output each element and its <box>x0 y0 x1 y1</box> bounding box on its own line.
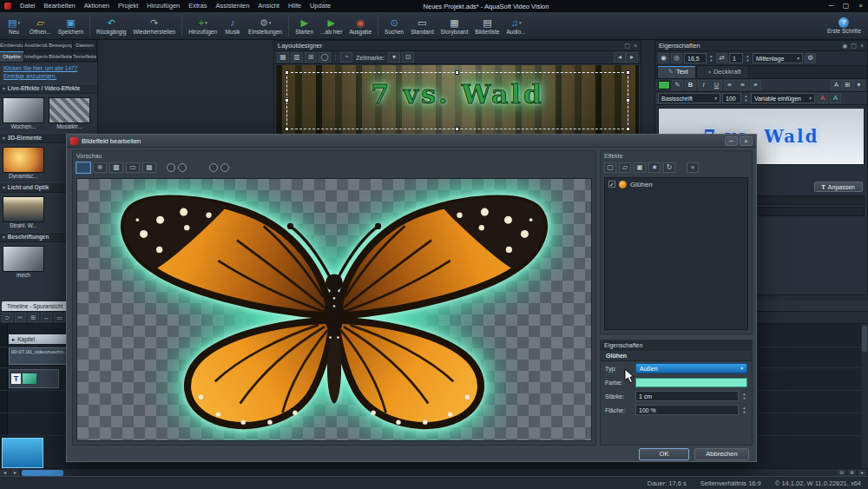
timeline-view-tab[interactable]: Timeline - Spuransicht <box>2 301 68 311</box>
duplicate-icon[interactable]: ⊞ <box>28 313 39 322</box>
anchor-dropdown[interactable]: Mittenlage <box>753 53 803 63</box>
audio-button[interactable]: ♫ Audio... <box>503 13 529 39</box>
new-button[interactable]: ▤ Neu <box>2 13 26 39</box>
zebra-background-icon[interactable] <box>76 162 90 173</box>
insert-variable-dropdown[interactable]: Variable einfügen <box>751 93 815 103</box>
timeline-horizontal-scrollbar[interactable]: ◂ ▸ ⊖ ⊕ ▸ <box>0 468 868 476</box>
align-center-icon[interactable]: ≡ <box>737 80 748 90</box>
cut-icon[interactable]: ✂ <box>15 313 26 322</box>
float-panel-icon[interactable]: ▢ <box>851 43 857 50</box>
menu-hinzufuegen[interactable]: Hinzufügen <box>142 0 184 12</box>
area-field[interactable]: 100 % <box>635 405 739 415</box>
tab-deckkraft[interactable]: ◑Deckkraft <box>696 65 749 78</box>
save-effect-icon[interactable]: ▣ <box>634 162 646 173</box>
tab-ausblendungen[interactable]: Ausblendungen <box>24 40 49 50</box>
checkbox-checked-icon[interactable] <box>608 181 615 188</box>
tab-texteffekte[interactable]: Texteffekte <box>73 51 97 62</box>
adjust-button[interactable]: TAnpassen <box>814 182 863 192</box>
selection-handle[interactable] <box>285 70 289 75</box>
storyboard-button[interactable]: ▦ Storyboard <box>437 13 472 39</box>
font-color-icon[interactable]: A <box>817 93 828 103</box>
selected-image-item[interactable] <box>2 438 43 468</box>
effect-thumbnail[interactable]: Dynamisc... <box>3 147 44 179</box>
zoom-fit-icon[interactable]: ⊡ <box>402 52 414 63</box>
align-right-icon[interactable]: ≡ <box>750 80 761 90</box>
new-effect-icon[interactable]: ▢ <box>604 162 616 173</box>
font-size-field[interactable]: 100 <box>722 93 741 103</box>
settings-button[interactable]: ⚙ Einstellungen <box>245 13 286 39</box>
effect-list-item[interactable]: Glühen <box>605 178 747 190</box>
preview-option-icon[interactable] <box>209 163 218 172</box>
pin-icon[interactable]: ◉ <box>842 43 847 50</box>
show-all-entries-link[interactable]: Klicken Sie hier, um alle 1477 Einträge … <box>0 63 97 83</box>
tab-bildeffekte[interactable]: Bildeffekte <box>49 51 73 62</box>
rotation-mode-icon[interactable]: ◎ <box>671 53 682 63</box>
scrollbar-thumb[interactable] <box>862 326 867 352</box>
minimize-icon[interactable]: ─ <box>725 136 738 146</box>
section-live-effekte[interactable]: Live-Effekte / Video-Effekte <box>0 83 97 94</box>
menu-aktionen[interactable]: Aktionen <box>80 0 114 12</box>
menu-ansicht[interactable]: Ansicht <box>253 0 284 12</box>
tab-objekte[interactable]: Objekte <box>0 51 24 62</box>
tab-text[interactable]: ✎Text <box>657 65 696 78</box>
tab-intelligente-vorlagen[interactable]: Intelligente Vorlagen <box>24 51 49 62</box>
timeline-vertical-scrollbar[interactable] <box>861 324 868 468</box>
redo-button[interactable]: ↷ Wiederherstellen <box>129 13 179 39</box>
glow-color-picker[interactable] <box>635 378 747 387</box>
menu-projekt[interactable]: Projekt <box>114 0 142 12</box>
position-x-field[interactable]: 16,5 <box>684 53 707 63</box>
play-from-here-button[interactable]: ▶ ...ab hier <box>317 13 345 39</box>
menu-update[interactable]: Update <box>306 0 335 12</box>
swap-icon[interactable]: ⇄ <box>716 53 727 63</box>
effect-preview-canvas[interactable] <box>76 178 592 441</box>
cancel-button[interactable]: Abbrechen <box>694 448 749 460</box>
menu-hilfe[interactable]: Hilfe <box>284 0 306 12</box>
tab-bewegungen[interactable]: Bewegungen <box>49 40 73 50</box>
save-button[interactable]: ▣ Speichern <box>55 13 87 39</box>
align-left-icon[interactable]: ≡ <box>724 80 735 90</box>
selection-handle[interactable] <box>626 70 630 75</box>
stepper-icon[interactable] <box>741 392 747 400</box>
close-icon[interactable]: × <box>634 43 637 50</box>
scrollbar-thumb[interactable] <box>22 470 63 476</box>
start-button[interactable]: ▶ Starten <box>292 13 317 39</box>
gear-icon[interactable]: ⚙ <box>805 53 816 63</box>
strength-field[interactable]: 1 cm <box>635 391 739 401</box>
minimize-icon[interactable]: ─ <box>824 0 838 12</box>
prev-frame-icon[interactable]: ◂ <box>614 52 626 63</box>
fit-width-icon[interactable]: ↔ <box>41 313 52 322</box>
effect-thumbnail[interactable]: mech <box>3 246 44 278</box>
favorite-icon[interactable]: ★ <box>648 162 661 173</box>
underline-icon[interactable]: U <box>711 80 722 90</box>
selection-rectangle[interactable] <box>286 72 628 129</box>
menu-datei[interactable]: Datei <box>16 0 40 12</box>
text-style-icon[interactable]: A <box>831 80 842 90</box>
delete-icon[interactable]: × <box>687 162 699 173</box>
video-clip-item[interactable]: 00:07.00_videozuschn... <box>9 347 69 365</box>
music-button[interactable]: ♪ Musik <box>220 13 245 39</box>
selection-handle[interactable] <box>626 127 630 131</box>
close-icon[interactable]: × <box>740 136 753 146</box>
selection-handle[interactable] <box>455 127 459 131</box>
selection-handle[interactable] <box>626 98 630 102</box>
grid-icon[interactable]: ▦ <box>142 162 156 173</box>
menu-assistenten[interactable]: Assistenten <box>212 0 254 12</box>
ok-button[interactable]: OK <box>639 448 689 460</box>
text-options-icon[interactable]: ⊞ <box>842 80 853 90</box>
wave-background-icon[interactable]: ≋ <box>93 162 107 173</box>
maximize-icon[interactable]: ▢ <box>838 0 853 12</box>
font-family-dropdown[interactable]: Basisschrift <box>658 93 720 103</box>
font-outline-color-icon[interactable]: A <box>830 93 841 103</box>
reload-icon[interactable]: ↻ <box>663 162 675 173</box>
type-dropdown[interactable]: Außen <box>635 363 747 373</box>
open-button[interactable]: ▱ Öffnen... <box>26 13 55 39</box>
stepper-icon[interactable] <box>743 94 749 102</box>
smart-guide-icon[interactable]: ◯ <box>319 52 331 63</box>
effect-thumbnail[interactable]: Strahl. W... <box>3 196 44 228</box>
grid-icon[interactable]: ▦ <box>277 52 289 63</box>
selection-handle[interactable] <box>285 98 289 102</box>
menu-extras[interactable]: Extras <box>184 0 211 12</box>
image-list-button[interactable]: ▤ Bilderliste <box>471 13 503 39</box>
magnet-icon[interactable]: ⊃ <box>2 313 13 322</box>
pencil-icon[interactable]: ✎ <box>672 80 683 90</box>
